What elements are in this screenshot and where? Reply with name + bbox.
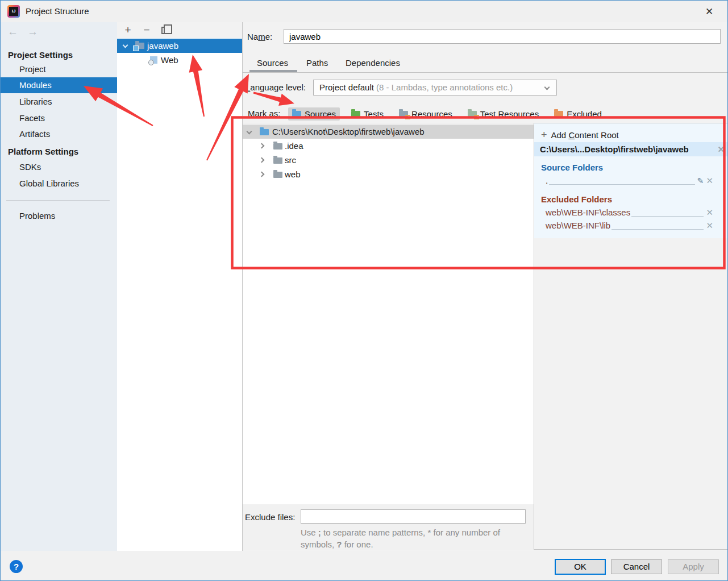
plus-icon: + [541, 129, 547, 140]
sidebar-item-facets[interactable]: Facets [1, 110, 117, 126]
excluded-folder-row[interactable]: web\WEB-INF\lib ✕ [546, 219, 713, 232]
copy-module-icon[interactable] [161, 27, 168, 34]
chevron-down-icon [544, 85, 550, 90]
mark-excluded-button[interactable]: Excluded [550, 107, 606, 121]
remove-source-folder-icon[interactable]: ✕ [706, 175, 713, 187]
sidebar-item-modules[interactable]: Modules [1, 77, 117, 93]
chevron-right-icon[interactable] [259, 157, 265, 163]
source-folders-header: Source Folders [541, 162, 603, 173]
sidebar-item-artifacts[interactable]: Artifacts [1, 126, 117, 142]
folder-icon [273, 157, 282, 164]
facet-name: Web [161, 53, 178, 67]
content-root-path: C:\Users\Knot\Desktop\firstweb\javaweb [272, 125, 425, 139]
content-root-container: C:\Users\Knot\Desktop\firstweb\javaweb .… [243, 123, 728, 550]
language-level-label: Language level: [246, 80, 306, 95]
forward-arrow-icon[interactable]: → [27, 26, 47, 38]
sidebar-item-sdks[interactable]: SDKs [1, 159, 117, 175]
module-folder-icon [135, 43, 144, 49]
folder-icon [273, 172, 282, 178]
modules-toolbar: + − [117, 22, 242, 38]
tests-folder-icon [351, 111, 360, 117]
chevron-right-icon[interactable] [259, 172, 265, 177]
tab-dependencies[interactable]: Dependencies [346, 56, 400, 70]
exclude-files-input[interactable] [301, 509, 526, 524]
add-module-icon[interactable]: + [122, 22, 134, 38]
dialog-footer: ? OK Cancel Apply [1, 551, 727, 581]
exclude-files-label: Exclude files: [245, 510, 295, 525]
mark-as-buttons: Sources Tests Resources Test Resources E… [288, 106, 606, 121]
sidebar-divider [6, 200, 110, 201]
mark-tests-button[interactable]: Tests [347, 107, 388, 121]
sources-folder-icon [292, 111, 301, 117]
modules-panel: + − javaweb Web [117, 22, 242, 551]
excluded-folder-icon [554, 111, 563, 117]
apply-button[interactable]: Apply [668, 559, 719, 574]
section-header-platform-settings: Platform Settings [8, 144, 78, 160]
content-root-panel: +Add Content Root C:\Users\...Desktop\fi… [534, 123, 728, 238]
intellij-logo-icon [7, 5, 20, 18]
help-icon[interactable]: ? [10, 560, 23, 573]
resources-folder-icon [399, 111, 408, 117]
language-level-dropdown[interactable]: Project default (8 - Lambdas, type annot… [313, 80, 557, 96]
edit-pencil-icon[interactable]: ✎ [697, 175, 704, 187]
sidebar-item-global-libraries[interactable]: Global Libraries [1, 176, 117, 192]
chevron-down-icon[interactable] [247, 129, 252, 135]
folder-icon [260, 129, 269, 135]
add-content-root-button[interactable]: +Add Content Root [541, 128, 619, 142]
sidebar-item-libraries[interactable]: Libraries [1, 94, 117, 110]
section-header-project-settings: Project Settings [8, 47, 73, 63]
chevron-right-icon[interactable] [259, 143, 265, 149]
remove-excluded-folder-icon[interactable]: ✕ [706, 206, 713, 219]
dialog-title: Project Structure [26, 1, 89, 22]
module-name-input[interactable] [284, 29, 721, 44]
content-tree: C:\Users\Knot\Desktop\firstweb\javaweb .… [243, 123, 534, 504]
title-bar: Project Structure ✕ [1, 1, 727, 22]
module-editor: Name: Sources Paths Dependencies Languag… [242, 22, 728, 551]
remove-excluded-folder-icon[interactable]: ✕ [706, 219, 713, 232]
chevron-down-icon[interactable] [123, 43, 128, 48]
folder-icon [273, 143, 282, 150]
exclude-files-hint-line2: symbols, ? for one. [301, 538, 373, 550]
tab-paths[interactable]: Paths [306, 56, 328, 70]
mark-resources-button[interactable]: Resources [395, 107, 456, 121]
module-row-javaweb[interactable]: javaweb [117, 39, 242, 53]
mark-as-label: Mark as: [248, 106, 281, 121]
content-root-header[interactable]: C:\Users\...Desktop\firstweb\javaweb ✕ [534, 142, 728, 156]
content-root-row[interactable]: C:\Users\Knot\Desktop\firstweb\javaweb [243, 125, 534, 139]
mark-sources-button[interactable]: Sources [288, 107, 340, 121]
back-arrow-icon[interactable]: ← [7, 26, 27, 38]
sidebar-item-problems[interactable]: Problems [1, 208, 117, 224]
web-facet-icon [150, 56, 157, 64]
mark-test-resources-button[interactable]: Test Resources [464, 107, 543, 121]
tree-row-src[interactable]: src [243, 153, 534, 167]
project-structure-dialog: Project Structure ✕ ←→ Project Settings … [0, 0, 728, 581]
module-row-web-facet[interactable]: Web [117, 53, 242, 67]
remove-module-icon[interactable]: − [140, 22, 153, 38]
name-label: Name: [247, 30, 272, 44]
language-level-value: Project default [319, 82, 374, 92]
exclude-files-hint-line1: Use ; to separate name patterns, * for a… [301, 526, 500, 538]
sidebar-item-project[interactable]: Project [1, 61, 117, 77]
excluded-folders-header: Excluded Folders [541, 194, 612, 205]
tree-row-idea[interactable]: .idea [243, 139, 534, 153]
remove-content-root-icon[interactable]: ✕ [717, 142, 725, 156]
settings-sidebar: ←→ Project Settings Project Modules Libr… [1, 22, 117, 551]
close-icon[interactable]: ✕ [702, 5, 716, 19]
ok-button[interactable]: OK [555, 559, 606, 575]
exclude-files-area: Exclude files: Use ; to separate name pa… [243, 504, 534, 550]
test-resources-folder-icon [468, 111, 477, 117]
language-level-hint: (8 - Lambdas, type annotations etc.) [376, 82, 513, 92]
source-folder-row[interactable]: . ✎ ✕ [546, 175, 713, 187]
cancel-button[interactable]: Cancel [611, 559, 662, 574]
module-name: javaweb [147, 39, 178, 53]
excluded-folder-row[interactable]: web\WEB-INF\classes ✕ [546, 206, 713, 219]
tree-row-web[interactable]: web [243, 167, 534, 181]
tab-sources[interactable]: Sources [257, 56, 288, 70]
